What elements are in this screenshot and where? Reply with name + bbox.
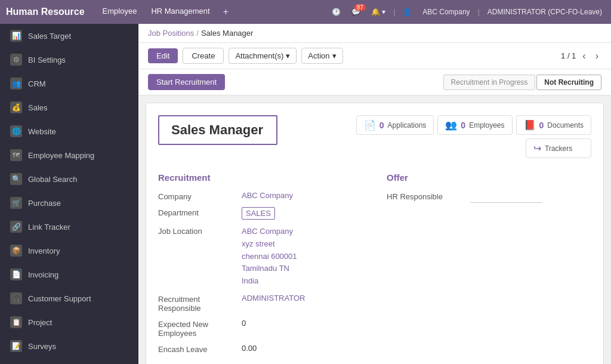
sidebar-label-sales: Sales	[28, 103, 48, 112]
nav-employee[interactable]: Employee	[97, 4, 143, 20]
sidebar-label-purchase: Purchase	[28, 199, 61, 208]
sidebar-item-sales-target[interactable]: 📊 Sales Target	[0, 24, 138, 48]
create-button[interactable]: Create	[183, 48, 224, 64]
invoicing-icon: 📄	[10, 269, 22, 280]
sidebar: 📊 Sales Target ⚙ BI Settings 👥 CRM 💰 Sal…	[0, 24, 138, 364]
clock-icon[interactable]: 🕐	[329, 7, 344, 17]
documents-label: Documents	[547, 121, 584, 129]
status-in-progress-badge[interactable]: Recruitment in Progress	[443, 75, 536, 90]
employees-button[interactable]: 👥 0 Employees	[437, 115, 512, 135]
company-selector[interactable]: ABC Company	[419, 7, 473, 17]
sidebar-item-crm[interactable]: 👥 CRM	[0, 72, 138, 95]
job-title: Sales Manager	[158, 115, 277, 145]
offer-title: Offer	[387, 172, 591, 183]
department-value[interactable]: SALES	[242, 207, 275, 220]
sidebar-item-esi-statement[interactable]: 📑 ESI Statement Not Eligible Re...	[0, 358, 138, 364]
sidebar-item-website[interactable]: 🌐 Website	[0, 119, 138, 143]
sidebar-item-inventory[interactable]: 📦 Inventory	[0, 239, 138, 263]
hr-responsible-label: HR Responsible	[387, 191, 470, 201]
purchase-icon: 🛒	[10, 197, 22, 209]
company-value[interactable]: ABC Company	[242, 191, 293, 200]
sidebar-item-invoicing[interactable]: 📄 Invoicing	[0, 263, 138, 286]
content-area: Job Positions / Sales Manager Edit Creat…	[138, 24, 611, 364]
applications-label: Applications	[388, 121, 427, 129]
address-street: xyz street	[242, 239, 275, 248]
next-page-button[interactable]: ›	[593, 50, 601, 63]
bell-icon[interactable]: 🔔 ▾	[368, 7, 388, 17]
edit-button[interactable]: Edit	[148, 48, 178, 63]
status-bar: Start Recruitment Recruitment in Progres…	[138, 69, 611, 95]
recruitment-responsible-value[interactable]: ADMINISTRATOR	[242, 294, 305, 303]
main-layout: 📊 Sales Target ⚙ BI Settings 👥 CRM 💰 Sal…	[0, 24, 611, 364]
job-location-row: Job Location ABC Company xyz street chen…	[158, 226, 363, 288]
employees-count: 0	[461, 121, 465, 130]
encash-leave-row: Encash Leave 0.00	[158, 344, 363, 354]
action-bar: Edit Create Attachment(s) ▾ Action ▾ 1 /…	[138, 43, 611, 69]
form-header: Sales Manager 📄 0 Applications 👥 0 Emplo…	[158, 115, 591, 158]
company-row: Company ABC Company	[158, 191, 363, 201]
status-not-recruiting-badge[interactable]: Not Recruiting	[536, 75, 601, 90]
trackers-button[interactable]: ↪ Trackers	[526, 138, 591, 158]
department-row: Department SALES	[158, 207, 363, 220]
sidebar-label-website: Website	[28, 127, 56, 136]
expected-employees-row: Expected New Employees 0	[158, 319, 363, 338]
person-icon[interactable]: 👤	[400, 7, 415, 17]
encash-leave-value: 0.00	[242, 344, 257, 353]
sales-target-icon: 📊	[10, 30, 22, 42]
attachments-label: Attachment(s)	[235, 51, 283, 60]
department-label: Department	[158, 207, 242, 217]
form-card: Sales Manager 📄 0 Applications 👥 0 Emplo…	[146, 103, 604, 364]
pagination-count: 1 / 1	[561, 51, 576, 60]
top-nav-menu: Employee HR Management +	[97, 4, 329, 20]
crm-icon: 👥	[10, 78, 22, 90]
nav-add-button[interactable]: +	[218, 4, 233, 20]
sidebar-item-customer-support[interactable]: 🎧 Customer Support	[0, 286, 138, 310]
sidebar-label-invoicing: Invoicing	[28, 270, 58, 279]
expected-employees-value: 0	[242, 319, 246, 328]
action-label: Action	[308, 51, 329, 60]
sidebar-item-sales[interactable]: 💰 Sales	[0, 95, 138, 119]
action-button[interactable]: Action ▾	[301, 48, 342, 64]
applications-icon: 📄	[364, 119, 376, 131]
sidebar-item-global-search[interactable]: 🔍 Global Search	[0, 167, 138, 191]
sidebar-label-inventory: Inventory	[28, 246, 60, 255]
sidebar-item-link-tracker[interactable]: 🔗 Link Tracker	[0, 215, 138, 239]
encash-leave-label: Encash Leave	[158, 344, 242, 354]
prev-page-button[interactable]: ‹	[579, 50, 588, 63]
address-country: India	[242, 276, 258, 285]
stat-buttons: 📄 0 Applications 👥 0 Employees 📕 0	[356, 115, 591, 158]
start-recruitment-button[interactable]: Start Recruitment	[148, 74, 225, 90]
sidebar-item-purchase[interactable]: 🛒 Purchase	[0, 191, 138, 215]
offer-section: Offer HR Responsible	[387, 172, 591, 360]
documents-button[interactable]: 📕 0 Documents	[516, 115, 592, 135]
surveys-icon: 📝	[10, 340, 22, 352]
sidebar-item-employee-mapping[interactable]: 🗺 Employee Mapping	[0, 143, 138, 167]
applications-button[interactable]: 📄 0 Applications	[356, 115, 434, 135]
employee-mapping-icon: 🗺	[10, 149, 22, 161]
job-location-value[interactable]: ABC Company xyz street chennai 600001 Ta…	[242, 226, 297, 288]
user-profile[interactable]: ADMINISTRATOR (CPC-FO-Leave)	[485, 7, 605, 17]
company-label: Company	[158, 191, 242, 201]
recruitment-responsible-row: Recruitment Responsible ADMINISTRATOR	[158, 294, 363, 313]
sidebar-item-project[interactable]: 📋 Project	[0, 310, 138, 334]
sidebar-item-surveys[interactable]: 📝 Surveys	[0, 334, 138, 358]
address-company: ABC Company	[242, 227, 293, 236]
sidebar-label-sales-target: Sales Target	[28, 32, 71, 41]
status-badges: Recruitment in Progress Not Recruiting	[443, 75, 601, 90]
sidebar-item-bi-settings[interactable]: ⚙ BI Settings	[0, 48, 138, 72]
documents-icon: 📕	[524, 119, 536, 131]
top-navigation: Human Resource Employee HR Management + …	[0, 0, 611, 24]
attachments-button[interactable]: Attachment(s) ▾	[229, 48, 297, 64]
breadcrumb-link[interactable]: Job Positions	[148, 29, 194, 38]
message-badge: 87	[354, 4, 366, 11]
breadcrumb-current: Sales Manager	[201, 29, 253, 38]
project-icon: 📋	[10, 316, 22, 328]
address-city: chennai 600001	[242, 252, 297, 261]
breadcrumb: Job Positions / Sales Manager	[138, 24, 611, 43]
sidebar-label-customer-support: Customer Support	[28, 294, 91, 303]
hr-responsible-value[interactable]	[470, 191, 542, 203]
recruitment-title: Recruitment	[158, 172, 363, 183]
nav-hr-management[interactable]: HR Management	[145, 4, 215, 20]
messages-icon[interactable]: 💬 87	[348, 7, 363, 17]
pagination: 1 / 1 ‹ ›	[561, 50, 601, 63]
